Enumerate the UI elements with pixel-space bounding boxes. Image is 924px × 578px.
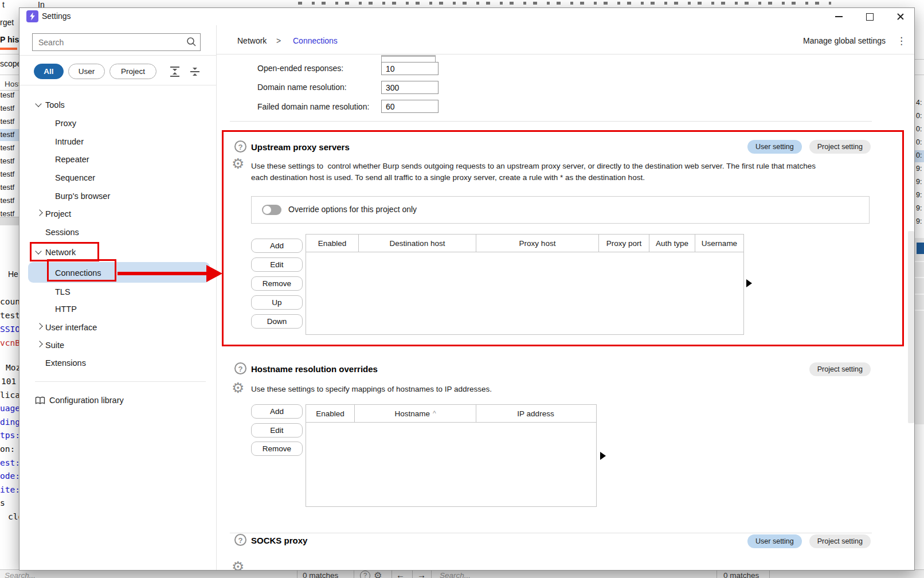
http-fragment: test — [0, 311, 20, 320]
sidebar-item-repeater[interactable]: Repeater — [55, 155, 89, 164]
sidebar-item-sessions[interactable]: Sessions — [45, 228, 79, 237]
upstream-badges: User setting Project setting — [747, 140, 871, 154]
time-fragment: 0: — [916, 112, 922, 120]
close-button[interactable] — [888, 8, 913, 25]
sidebar-item-project[interactable]: Project — [45, 209, 71, 218]
upstream-table-header: Enabled Destination host Proxy host Prox… — [306, 235, 743, 252]
column-header[interactable]: Username — [695, 235, 743, 252]
gear-icon[interactable]: ⚙ — [232, 560, 244, 571]
chevron-right-icon[interactable] — [36, 323, 42, 329]
field-label: Open-ended responses: — [257, 64, 343, 73]
column-header-label: Hostname — [394, 409, 430, 418]
hostname-badges: Project setting — [809, 362, 871, 376]
sidebar-item-tls[interactable]: TLS — [55, 287, 71, 296]
breadcrumb-parent[interactable]: Network — [237, 36, 267, 45]
forward-arrow-icon[interactable]: → — [417, 570, 426, 578]
chevron-right-icon[interactable] — [36, 209, 42, 216]
sidebar-item-network[interactable]: Network — [45, 248, 76, 257]
sidebar-item-user-interface[interactable]: User interface — [45, 323, 97, 332]
hostname-table-header: Enabled Hostname ^ IP address — [306, 405, 596, 423]
chevron-down-icon[interactable] — [35, 100, 41, 107]
status-matches-right: 0 matches — [723, 571, 759, 578]
host-row-fragment: .testf — [0, 183, 14, 192]
back-arrow-icon[interactable]: ← — [396, 570, 405, 578]
collapse-all-icon[interactable] — [169, 65, 181, 78]
column-header[interactable]: IP address — [476, 405, 595, 422]
search-input[interactable] — [37, 36, 180, 49]
host-row-fragment: .testf — [0, 157, 14, 165]
chevron-right-icon[interactable] — [36, 341, 42, 347]
project-setting-badge: Project setting — [809, 534, 871, 548]
upstream-add-button[interactable]: Add — [251, 239, 303, 253]
sidebar-item-configuration-library[interactable]: Configuration library — [49, 396, 124, 405]
open-ended-responses-input[interactable] — [381, 62, 438, 75]
hostname-remove-button[interactable]: Remove — [251, 442, 303, 456]
sort-ascending-icon: ^ — [433, 409, 436, 417]
column-header[interactable]: Proxy port — [599, 235, 649, 252]
sidebar-item-burps-browser[interactable]: Burp's browser — [55, 192, 110, 201]
http-fragment: coun — [0, 297, 20, 306]
filter-user[interactable]: User — [68, 64, 105, 79]
socks-badges: User setting Project setting — [747, 534, 871, 548]
domain-name-resolution-input[interactable] — [381, 81, 438, 94]
status-gear-icon[interactable]: ⚙ — [374, 570, 382, 578]
chevron-down-icon[interactable] — [35, 248, 41, 254]
host-row-fragment: .testf — [0, 91, 14, 99]
filter-all-label: All — [44, 67, 53, 76]
sidebar-item-intruder[interactable]: Intruder — [55, 137, 84, 146]
status-search-mid[interactable]: Search... — [440, 571, 471, 578]
hostname-add-button[interactable]: Add — [251, 404, 303, 419]
upstream-remove-button[interactable]: Remove — [251, 276, 303, 291]
sidebar-item-tools[interactable]: Tools — [45, 100, 65, 110]
http-fragment: ode: — [0, 471, 20, 481]
gear-icon[interactable]: ⚙ — [232, 381, 244, 395]
sidebar-item-http[interactable]: HTTP — [55, 304, 77, 314]
sidebar-item-proxy[interactable]: Proxy — [55, 119, 76, 128]
kebab-menu-icon[interactable]: ⋮ — [896, 35, 906, 47]
status-search-left[interactable]: Search... — [5, 571, 36, 578]
field-label: Failed domain name resolution: — [257, 102, 369, 111]
hostname-edit-button[interactable]: Edit — [251, 423, 303, 438]
hostname-description: Use these settings to specify mappings o… — [251, 384, 867, 395]
http-fragment: SSIO — [0, 325, 20, 334]
sidebar-item-extensions[interactable]: Extensions — [45, 358, 86, 368]
filter-project[interactable]: Project — [109, 64, 156, 79]
host-row-fragment: .testf — [0, 143, 14, 152]
column-header[interactable]: Enabled — [306, 405, 355, 422]
maximize-button[interactable] — [858, 8, 882, 25]
sidebar-item-connections[interactable]: Connections — [55, 268, 101, 278]
expand-all-icon[interactable] — [189, 65, 201, 78]
upstream-table-body[interactable] — [306, 252, 743, 335]
help-icon[interactable]: ? — [234, 534, 246, 546]
manage-global-settings-link[interactable]: Manage global settings — [803, 36, 886, 45]
column-header[interactable]: Destination host — [359, 235, 476, 252]
status-help-icon[interactable]: ? — [360, 571, 370, 578]
time-fragment: 0: — [916, 151, 922, 159]
sidebar-item-suite[interactable]: Suite — [45, 341, 64, 350]
override-toggle[interactable] — [262, 205, 281, 215]
upstream-edit-button[interactable]: Edit — [251, 257, 303, 272]
upstream-down-button[interactable]: Down — [251, 314, 303, 329]
column-header[interactable]: Proxy host — [476, 235, 599, 252]
sidebar-item-sequencer[interactable]: Sequencer — [55, 173, 95, 182]
hostname-table-body[interactable] — [306, 423, 596, 507]
column-header[interactable]: Auth type — [649, 235, 695, 252]
breadcrumb-separator-icon: > — [276, 36, 281, 45]
breadcrumb-current[interactable]: Connections — [293, 36, 338, 45]
upstream-up-button[interactable]: Up — [251, 295, 303, 310]
column-header-sorted[interactable]: Hostname ^ — [355, 405, 476, 422]
gear-icon[interactable]: ⚙ — [232, 157, 244, 171]
time-fragment: 9: — [916, 165, 922, 173]
settings-search[interactable] — [32, 33, 201, 51]
http-fragment: uage — [0, 404, 20, 413]
override-toggle-label: Override options for this project only — [288, 205, 417, 214]
filter-all[interactable]: All — [34, 64, 64, 79]
help-icon[interactable]: ? — [234, 362, 246, 374]
minimize-button[interactable] — [827, 8, 851, 25]
column-header[interactable]: Enabled — [306, 235, 359, 252]
socks-section-title: SOCKS proxy — [251, 536, 307, 545]
help-icon[interactable]: ? — [234, 140, 246, 153]
failed-domain-name-resolution-input[interactable] — [381, 100, 438, 113]
clipped-title-text — [298, 2, 831, 5]
scrollbar-thumb[interactable] — [908, 231, 914, 423]
